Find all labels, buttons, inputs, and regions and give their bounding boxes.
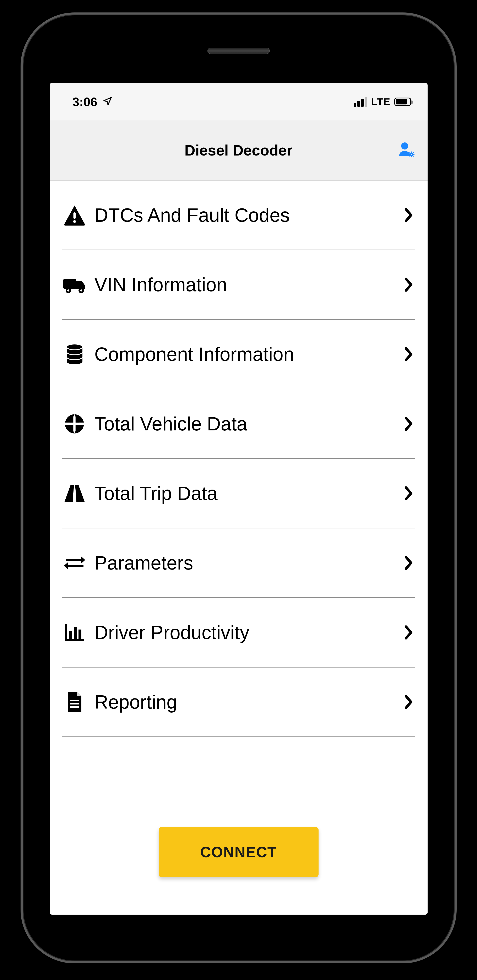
- battery-icon: [394, 98, 411, 106]
- svg-rect-21: [65, 624, 67, 640]
- document-icon: [62, 690, 87, 713]
- app-screen: 3:06 LTE: [49, 83, 428, 915]
- menu-item-vin[interactable]: VIN Information: [62, 250, 415, 320]
- status-time: 3:06: [73, 95, 97, 109]
- connect-row: CONNECT: [49, 818, 428, 915]
- svg-point-1: [410, 153, 412, 156]
- svg-rect-26: [70, 700, 79, 701]
- svg-rect-28: [70, 706, 79, 708]
- svg-rect-12: [64, 279, 76, 289]
- menu-item-component[interactable]: Component Information: [62, 320, 415, 389]
- menu-item-driver-productivity[interactable]: Driver Productivity: [62, 598, 415, 668]
- location-icon: [103, 95, 113, 109]
- svg-line-8: [410, 156, 410, 156]
- app-title: Diesel Decoder: [184, 142, 293, 159]
- status-left: 3:06: [73, 95, 113, 109]
- svg-point-16: [80, 290, 82, 291]
- menu-item-parameters[interactable]: Parameters: [62, 528, 415, 598]
- svg-rect-24: [74, 627, 77, 639]
- chevron-right-icon: [403, 209, 415, 221]
- svg-line-9: [413, 153, 413, 153]
- menu-label: Component Information: [94, 344, 395, 365]
- truck-icon: [62, 274, 87, 295]
- main-menu: DTCs And Fault Codes: [49, 181, 428, 818]
- connect-button[interactable]: CONNECT: [159, 827, 318, 877]
- globe-icon: [62, 413, 87, 435]
- svg-line-7: [413, 156, 413, 156]
- status-bar: 3:06 LTE: [49, 83, 428, 121]
- menu-item-dtcs[interactable]: DTCs And Fault Codes: [62, 181, 415, 250]
- menu-label: Total Trip Data: [94, 482, 395, 504]
- status-right: LTE: [354, 96, 411, 108]
- svg-point-11: [73, 220, 76, 223]
- warning-triangle-icon: [62, 204, 87, 226]
- menu-label: Parameters: [94, 552, 395, 574]
- chevron-right-icon: [403, 626, 415, 639]
- chevron-right-icon: [403, 278, 415, 291]
- phone-speaker: [207, 48, 270, 54]
- user-gear-icon: [396, 140, 416, 161]
- svg-rect-23: [69, 631, 72, 639]
- menu-label: Reporting: [94, 691, 395, 713]
- svg-point-0: [401, 142, 408, 150]
- user-settings-button[interactable]: [396, 140, 416, 160]
- svg-rect-10: [73, 212, 76, 219]
- phone-inner: 3:06 LTE: [29, 21, 448, 955]
- road-icon: [62, 483, 87, 504]
- app-header: Diesel Decoder: [49, 121, 428, 181]
- menu-label: DTCs And Fault Codes: [94, 204, 395, 226]
- phone-frame: 3:06 LTE: [21, 13, 456, 963]
- menu-label: VIN Information: [94, 274, 395, 296]
- arrows-exchange-icon: [62, 552, 87, 573]
- chevron-right-icon: [403, 418, 415, 430]
- svg-rect-22: [65, 639, 84, 641]
- signal-icon: [354, 97, 367, 107]
- menu-label: Driver Productivity: [94, 622, 395, 643]
- chevron-right-icon: [403, 348, 415, 360]
- svg-rect-25: [78, 630, 81, 639]
- menu-item-trip-data[interactable]: Total Trip Data: [62, 459, 415, 528]
- chevron-right-icon: [403, 487, 415, 500]
- database-icon: [62, 343, 87, 366]
- svg-rect-27: [70, 703, 79, 705]
- bar-chart-icon: [62, 622, 87, 643]
- menu-item-reporting[interactable]: Reporting: [62, 668, 415, 737]
- menu-label: Total Vehicle Data: [94, 413, 395, 435]
- chevron-right-icon: [403, 696, 415, 708]
- menu-item-vehicle-data[interactable]: Total Vehicle Data: [62, 389, 415, 459]
- network-label: LTE: [371, 96, 390, 108]
- svg-line-6: [410, 153, 410, 153]
- chevron-right-icon: [403, 557, 415, 569]
- svg-point-14: [67, 290, 69, 291]
